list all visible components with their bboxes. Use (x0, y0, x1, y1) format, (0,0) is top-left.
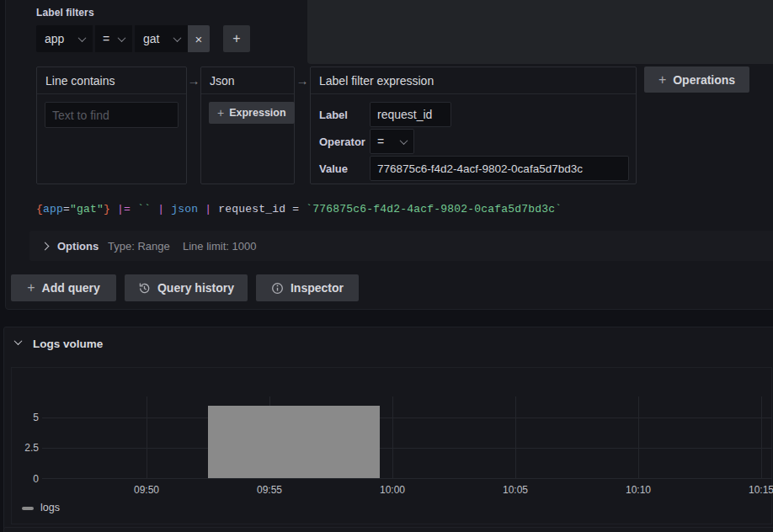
chevron-down-icon (400, 136, 408, 145)
label-filter-name: app (45, 32, 64, 45)
operation-card-title[interactable]: Json (201, 67, 294, 94)
operation-card-title[interactable]: Label filter expression (311, 67, 636, 94)
options-toggle[interactable]: Options Type: Range Line limit: 1000 (29, 231, 773, 261)
query-type-text: Type: Range (108, 240, 170, 253)
legend-swatch (22, 507, 34, 510)
logs-volume-chart (11, 367, 772, 524)
options-label: Options (57, 240, 99, 253)
chevron-down-icon[interactable] (14, 337, 23, 345)
arrow-right-icon: → (187, 73, 200, 88)
label-filter-value-select[interactable]: gat (135, 25, 188, 52)
label-filter-operator-select[interactable]: = (95, 25, 132, 52)
logs-volume-panel: Logs volume logs (3, 327, 773, 532)
legend-label[interactable]: logs (40, 502, 60, 513)
operation-card-label-filter-expression: Label filter expression Label request_id… (310, 66, 637, 184)
next-panel-top-edge (3, 527, 773, 532)
add-expression-button[interactable]: + Expression (209, 102, 295, 124)
plus-icon: + (658, 73, 666, 87)
label-filter-operator: = (103, 32, 109, 45)
add-filter-button[interactable]: + (223, 25, 250, 52)
label-field-input[interactable]: request_id (370, 102, 451, 127)
line-limit-text: Line limit: 1000 (183, 240, 256, 253)
chevron-down-icon (173, 34, 182, 42)
label-field-label: Label (319, 109, 348, 121)
plus-icon: + (217, 107, 224, 119)
cropped-header-region (307, 0, 773, 64)
label-filter-name-select[interactable]: app (36, 25, 93, 52)
plus-icon: + (27, 281, 35, 295)
inspector-button[interactable]: Inspector (256, 274, 359, 301)
close-icon: × (195, 32, 203, 46)
add-query-button[interactable]: + Add query (11, 274, 116, 301)
operation-card-json: Json + Expression (200, 66, 295, 184)
label-filters-title: Label filters (36, 7, 94, 19)
line-contains-input[interactable] (45, 102, 179, 128)
logs-volume-title[interactable]: Logs volume (33, 338, 103, 350)
operation-card-line-contains: Line contains (36, 66, 187, 184)
operator-select[interactable]: = (370, 129, 414, 154)
operations-button[interactable]: + Operations (644, 66, 749, 93)
plus-icon: + (232, 31, 240, 46)
query-history-button[interactable]: Query history (125, 274, 248, 301)
value-field-input[interactable]: 776875c6-f4d2-4acf-9802-0cafa5d7bd3c (370, 156, 629, 181)
arrow-right-icon: → (296, 73, 309, 88)
operator-field-label: Operator (319, 136, 365, 148)
label-filter-value: gat (143, 32, 159, 45)
history-icon (138, 282, 151, 295)
chevron-right-icon (41, 242, 50, 251)
operation-card-title[interactable]: Line contains (37, 67, 186, 94)
chevron-down-icon (78, 34, 87, 42)
explore-page: Label filters app = gat × + Line contain… (0, 0, 773, 532)
info-circle-icon (271, 282, 284, 295)
raw-query: {app="gat"} |= `` | json | request_id = … (36, 203, 562, 215)
value-field-label: Value (319, 162, 348, 175)
chevron-down-icon (118, 34, 126, 42)
remove-filter-button[interactable]: × (188, 25, 210, 52)
